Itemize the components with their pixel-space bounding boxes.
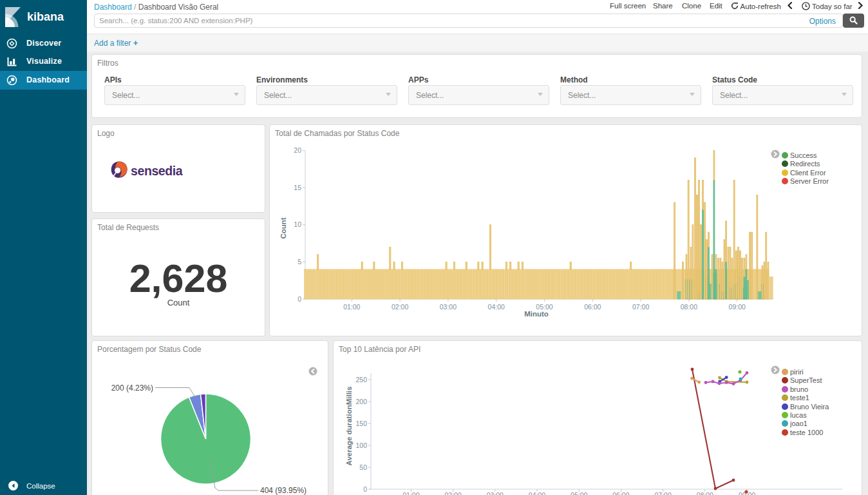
svg-text:01:00: 01:00 [402,491,419,495]
svg-text:03:00: 03:00 [487,491,504,495]
svg-text:150: 150 [355,420,367,427]
svg-text:08:00: 08:00 [697,491,713,495]
svg-text:100: 100 [355,442,367,449]
svg-text:10: 10 [294,220,301,228]
svg-text:02:00: 02:00 [444,491,461,495]
svg-text:20: 20 [294,146,301,154]
svg-text:250: 250 [355,376,367,383]
svg-text:06:00: 06:00 [612,491,629,495]
svg-text:200 (4.23%): 200 (4.23%) [111,383,153,393]
svg-text:06:00: 06:00 [584,303,601,311]
svg-text:05:00: 05:00 [571,491,587,495]
svg-text:08:00: 08:00 [681,303,697,311]
svg-text:Minuto: Minuto [524,310,549,318]
svg-text:04:00: 04:00 [529,491,545,495]
svg-text:sensedia: sensedia [131,164,183,178]
svg-text:09:00: 09:00 [729,303,746,311]
svg-text:15: 15 [294,184,301,191]
svg-text:0: 0 [363,485,367,493]
svg-text:07:00: 07:00 [654,491,671,495]
svg-text:02:00: 02:00 [392,303,408,311]
svg-text:50: 50 [359,463,367,471]
svg-text:03:00: 03:00 [440,303,457,311]
svg-text:Count: Count [279,217,287,238]
svg-text:5: 5 [297,258,301,266]
svg-text:Average durationMillis: Average durationMillis [345,387,353,466]
svg-text:404 (93.95%): 404 (93.95%) [260,486,307,495]
svg-text:200: 200 [355,398,367,405]
svg-text:0: 0 [297,295,301,303]
svg-text:04:00: 04:00 [488,303,505,311]
svg-text:07:00: 07:00 [632,303,649,311]
svg-text:01:00: 01:00 [343,303,360,311]
